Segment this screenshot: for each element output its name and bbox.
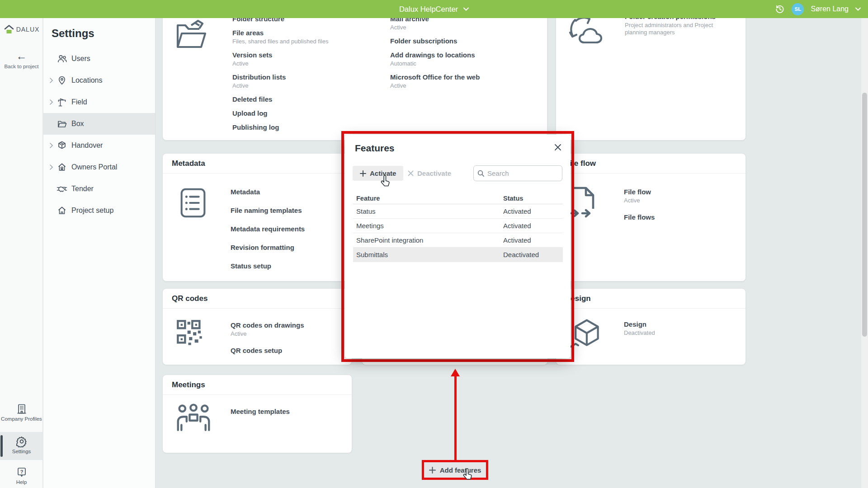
scrollbar-track[interactable] <box>861 18 868 488</box>
folder-icon <box>56 119 68 129</box>
documents-items-col1: Folder structure File areasFiles, shared… <box>232 18 328 137</box>
list-item[interactable]: Microsoft Office for the webActive <box>390 73 480 89</box>
deactivate-button[interactable]: Deactivate <box>408 166 451 181</box>
list-item[interactable]: Distribution listsActive <box>232 73 328 89</box>
active-indicator <box>0 435 3 457</box>
history-icon[interactable] <box>775 4 785 14</box>
list-item[interactable]: Add drawings to locationsAutomatic <box>390 51 480 67</box>
sidebar-item-owners-portal[interactable]: Owners Portal <box>43 156 155 178</box>
list-item[interactable]: DesignDeactivated <box>624 320 655 336</box>
list-item[interactable]: QR codes on drawingsActive <box>231 321 304 337</box>
app-window: Dalux HelpCenter SL Søren Lang <box>0 0 868 488</box>
table-header: Feature Status <box>353 192 563 204</box>
features-table: Feature Status Status Activated Meetings… <box>353 192 563 262</box>
chevron-right-icon <box>47 99 55 105</box>
annotation-arrow-head <box>451 369 460 376</box>
table-row[interactable]: SharePoint integration Activated <box>353 233 563 248</box>
list-item[interactable]: Folder structure <box>232 18 328 23</box>
svg-text:?: ? <box>20 469 23 474</box>
help-icon: ? <box>16 466 28 478</box>
scrollbar-thumb[interactable] <box>862 93 867 337</box>
folder-open-icon <box>174 18 211 52</box>
metadata-list-icon <box>175 185 211 221</box>
file-flow-card: File flow File flowActive File flows <box>556 154 745 281</box>
list-item[interactable]: Mail archiveActive <box>390 18 480 31</box>
rail-item-help[interactable]: ? Help <box>0 463 43 488</box>
table-row[interactable]: Submittals Deactivated <box>353 248 563 262</box>
search-input[interactable] <box>487 169 551 177</box>
list-item[interactable]: Folder creation permissions Project admi… <box>625 18 729 36</box>
back-to-project-button[interactable]: ← Back to project <box>0 51 43 70</box>
qr-code-icon <box>175 319 204 347</box>
sidebar-item-handover[interactable]: Handover <box>43 135 155 156</box>
user-name: Søren Lang <box>811 5 849 13</box>
features-modal: Features Activate Deactivate Feat <box>345 135 571 358</box>
modal-title: Features <box>355 143 395 154</box>
list-item[interactable]: Metadata <box>231 188 305 196</box>
project-switcher[interactable]: Dalux HelpCenter <box>399 0 469 18</box>
settings-sidebar: Settings Users <box>43 18 156 488</box>
chevron-right-icon <box>47 143 55 148</box>
list-item[interactable]: File areasFiles, shared files and publis… <box>232 29 328 45</box>
chevron-right-icon <box>47 164 55 170</box>
list-item[interactable]: File flows <box>624 213 655 221</box>
rail-item-company-profiles[interactable]: Company Profiles <box>0 399 43 429</box>
search-icon <box>477 170 485 177</box>
users-icon <box>56 54 68 64</box>
documents-card: Folder structure File areasFiles, shared… <box>163 18 547 140</box>
list-item[interactable]: Metadata requirements <box>231 225 305 233</box>
arrow-left-icon: ← <box>0 51 43 61</box>
qr-codes-card: QR codes <box>163 289 352 365</box>
file-flow-icon <box>569 185 605 221</box>
activate-button[interactable]: Activate <box>353 166 403 181</box>
crane-icon <box>56 97 68 107</box>
list-item[interactable]: File naming templates <box>231 206 305 214</box>
home-badge-icon <box>56 162 68 172</box>
list-item[interactable]: Revision formatting <box>231 244 305 251</box>
search-field[interactable] <box>473 165 562 181</box>
list-item[interactable]: Meeting templates <box>231 408 290 415</box>
meetings-card: Meetings Meeting templates <box>163 375 352 453</box>
sidebar-item-project-setup[interactable]: Project setup <box>43 200 155 221</box>
sidebar-item-field[interactable]: Field <box>43 91 155 113</box>
status-value: Activated <box>503 207 531 215</box>
sidebar-item-locations[interactable]: Locations <box>43 70 155 91</box>
topbar-title: Dalux HelpCenter <box>399 5 458 14</box>
user-menu-chevron-icon[interactable] <box>855 7 861 11</box>
card-title: Metadata <box>163 154 352 174</box>
annotation-arrow-line <box>454 376 457 460</box>
gear-icon <box>16 436 28 447</box>
list-item[interactable]: Deleted files <box>232 95 328 103</box>
documents-items-col2: Mail archiveActive Folder subscriptions … <box>390 18 480 95</box>
list-item[interactable]: QR codes setup <box>231 347 304 354</box>
building-icon <box>16 403 28 415</box>
card-title: File flow <box>556 154 745 174</box>
table-row[interactable]: Status Activated <box>353 204 563 219</box>
card-title: Meetings <box>163 375 352 395</box>
box-cube-icon <box>56 141 68 150</box>
handshake-icon <box>56 184 68 194</box>
list-item[interactable]: Status setup <box>231 262 305 270</box>
list-item[interactable]: Upload log <box>232 109 328 117</box>
sync-cloud-icon <box>569 18 605 49</box>
x-icon <box>408 170 414 176</box>
list-item[interactable]: File flowActive <box>624 188 655 204</box>
close-icon[interactable] <box>554 144 561 151</box>
table-row[interactable]: Meetings Activated <box>353 219 563 233</box>
rail-item-settings[interactable]: Settings <box>0 432 43 460</box>
list-item[interactable]: Publishing log <box>232 123 328 131</box>
sidebar-item-users[interactable]: Users <box>43 48 155 70</box>
status-value: Deactivated <box>503 251 539 258</box>
sidebar-item-box[interactable]: Box <box>43 113 155 135</box>
design-card: Design DesignDeactivated <box>556 289 745 365</box>
chevron-right-icon <box>47 78 55 83</box>
add-features-button[interactable]: Add features <box>424 462 486 478</box>
list-item[interactable]: Version setsActive <box>232 51 328 67</box>
status-value: Activated <box>503 222 531 230</box>
sidebar-item-tender[interactable]: Tender <box>43 178 155 200</box>
location-pin-icon <box>56 75 68 85</box>
top-bar: Dalux HelpCenter SL Søren Lang <box>0 0 868 18</box>
chevron-down-icon <box>463 7 469 11</box>
list-item[interactable]: Folder subscriptions <box>390 37 480 45</box>
avatar[interactable]: SL <box>792 3 804 15</box>
